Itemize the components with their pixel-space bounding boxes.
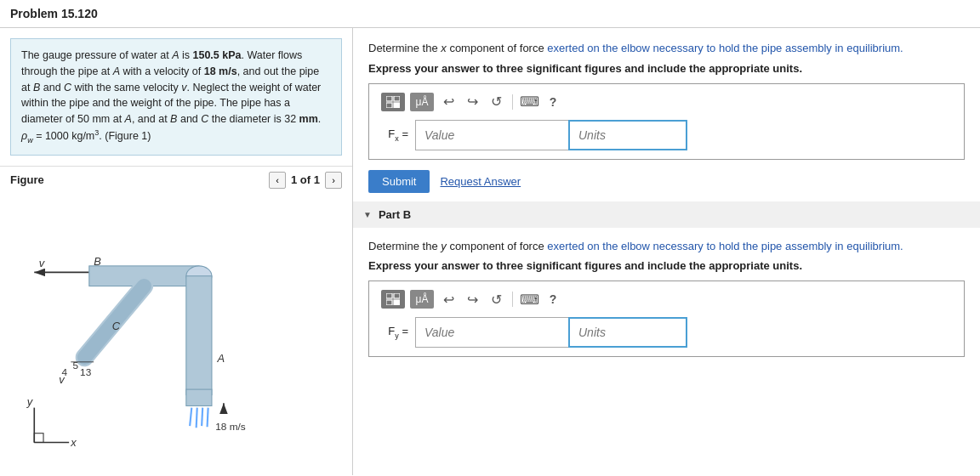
figure-next-button[interactable]: › [325, 172, 342, 189]
help-button[interactable]: ? [544, 93, 562, 111]
part-b-redo-button[interactable]: ↪ [463, 290, 481, 309]
part-a-label: Fx = [381, 128, 408, 143]
svg-text:C: C [112, 320, 121, 332]
svg-rect-29 [386, 96, 392, 101]
svg-rect-34 [394, 293, 400, 298]
keyboard-button[interactable]: ⌨ [520, 93, 538, 111]
figure-svg: v B A 18 m/s [7, 201, 345, 468]
svg-rect-36 [394, 300, 400, 305]
part-b-keyboard-button[interactable]: ⌨ [520, 290, 538, 309]
refresh-button[interactable]: ↺ [487, 93, 505, 111]
part-b-refresh-button[interactable]: ↺ [487, 290, 505, 309]
svg-line-10 [190, 408, 191, 427]
part-a-toolbar: μÅ ↩ ↪ ↺ ⌨ ? [381, 93, 952, 111]
toolbar-separator [512, 94, 513, 110]
part-b-value-input[interactable] [415, 317, 568, 348]
part-b-header[interactable]: ▼ Part B [353, 201, 980, 228]
svg-rect-9 [186, 389, 212, 405]
figure-navigation[interactable]: ‹ 1 of 1 › [269, 172, 342, 189]
submit-button[interactable]: Submit [368, 170, 430, 193]
redo-button[interactable]: ↪ [463, 93, 481, 111]
request-answer-button[interactable]: Request Answer [440, 175, 521, 188]
collapse-arrow-icon: ▼ [363, 210, 372, 219]
svg-rect-31 [386, 103, 392, 108]
part-b-toolbar: μÅ ↩ ↪ ↺ ⌨ ? [381, 290, 952, 309]
part-a-units-input[interactable] [568, 120, 687, 150]
part-b-input-row: Fy = [381, 317, 952, 348]
svg-text:A: A [216, 352, 225, 365]
part-a-value-input[interactable] [415, 120, 568, 150]
undo-button[interactable]: ↩ [439, 93, 458, 111]
part-b-toolbar-separator [512, 292, 513, 307]
svg-text:13: 13 [80, 366, 92, 378]
page-title: Problem 15.120 [0, 0, 980, 28]
problem-text: The gauge pressure of water at A is 150.… [10, 38, 342, 156]
part-a-instruction: Express your answer to three significant… [368, 62, 965, 75]
svg-line-12 [202, 408, 202, 427]
grid-button[interactable] [381, 93, 405, 111]
svg-text:y: y [26, 395, 34, 408]
left-panel: The gauge pressure of water at A is 150.… [0, 28, 353, 475]
svg-rect-35 [386, 300, 392, 305]
part-b-undo-button[interactable]: ↩ [439, 290, 458, 309]
figure-area: v B A 18 m/s [0, 194, 352, 475]
part-b-units-input[interactable] [568, 317, 687, 348]
svg-rect-32 [394, 103, 400, 108]
svg-text:18 m/s: 18 m/s [215, 421, 246, 433]
part-b-question: Determine the y component of force exert… [368, 238, 965, 255]
part-a-answer-box: μÅ ↩ ↪ ↺ ⌨ ? Fx = [368, 83, 965, 160]
svg-rect-33 [386, 293, 392, 298]
part-b-label: Part B [379, 208, 411, 221]
part-a-input-row: Fx = [381, 120, 952, 150]
part-b-mu-button[interactable]: μÅ [410, 290, 434, 309]
figure-header: Figure ‹ 1 of 1 › [0, 166, 352, 194]
svg-text:v: v [39, 257, 46, 269]
svg-rect-7 [186, 276, 212, 395]
figure-prev-button[interactable]: ‹ [269, 172, 286, 189]
right-panel: Determine the x component of force exert… [353, 28, 980, 475]
figure-page-indicator: 1 of 1 [291, 173, 320, 186]
svg-line-13 [208, 408, 208, 428]
part-b-grid-button[interactable] [381, 290, 405, 309]
svg-text:x: x [70, 436, 77, 449]
part-a-action-row: Submit Request Answer [368, 170, 965, 193]
part-b-answer-box: μÅ ↩ ↪ ↺ ⌨ ? Fy = [368, 280, 965, 357]
part-b-help-button[interactable]: ? [544, 290, 562, 309]
figure-label: Figure [10, 173, 44, 186]
svg-rect-28 [34, 434, 43, 443]
mu-button[interactable]: μÅ [410, 93, 434, 111]
svg-line-11 [197, 408, 197, 428]
part-b-label: Fy = [381, 325, 408, 340]
part-a-question: Determine the x component of force exert… [368, 40, 965, 57]
svg-rect-30 [394, 96, 400, 101]
part-b-instruction: Express your answer to three significant… [368, 259, 965, 272]
